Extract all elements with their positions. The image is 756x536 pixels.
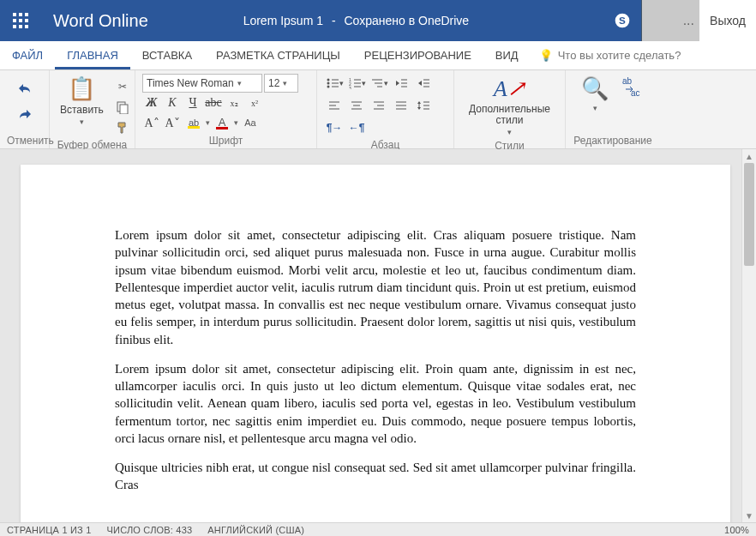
lightbulb-icon: 💡 — [539, 49, 553, 62]
align-center-icon — [351, 100, 363, 111]
tab-review[interactable]: РЕЦЕНЗИРОВАНИЕ — [352, 41, 483, 69]
font-color-dropdown[interactable]: ▾ — [234, 118, 238, 127]
svg-point-17 — [327, 86, 329, 88]
paragraph-3[interactable]: Quisque ultricies nibh erat, ut congue n… — [115, 459, 636, 494]
tab-layout[interactable]: РАЗМЕТКА СТРАНИЦЫ — [204, 41, 352, 69]
svg-rect-8 — [25, 25, 28, 28]
align-justify-button[interactable] — [391, 96, 411, 115]
tell-me-search[interactable]: 💡 Что вы хотите сделать? — [531, 49, 690, 62]
styles-button[interactable]: A↗ Дополнительные стили ▾ — [461, 74, 558, 138]
status-language[interactable]: АНГЛИЙСКИЙ (США) — [207, 525, 304, 535]
tab-insert[interactable]: ВСТАВКА — [130, 41, 204, 69]
numbering-button[interactable]: 123▾ — [346, 74, 367, 93]
bullets-button[interactable]: ▾ — [324, 74, 345, 93]
svg-rect-1 — [19, 13, 22, 16]
waffle-icon — [12, 12, 29, 29]
font-color-button[interactable]: А — [212, 113, 232, 132]
decrease-indent-button[interactable] — [391, 74, 411, 93]
svg-point-15 — [327, 82, 329, 85]
title-separator: - — [332, 14, 336, 27]
cut-button[interactable]: ✂ — [112, 77, 133, 96]
group-editing-label: Редактирование — [573, 133, 653, 147]
indent-icon — [417, 77, 430, 89]
signout-button[interactable]: Выход — [699, 0, 756, 41]
group-paragraph: ▾ 123▾ ▾ ¶→ ←¶ Абзац — [317, 70, 454, 148]
bullets-icon — [326, 77, 339, 89]
svg-rect-4 — [19, 19, 22, 22]
font-size-dropdown[interactable]: 12▾ — [264, 74, 298, 93]
app-launcher-button[interactable] — [0, 0, 41, 41]
scroll-thumb[interactable] — [744, 163, 754, 266]
group-font: Times New Roman▾ 12▾ Ж К Ч abc x₂ x² А˄ … — [135, 70, 317, 148]
paragraph-1[interactable]: Lorem ipsum dolor sit amet, consectetur … — [115, 226, 636, 348]
page-1[interactable]: Lorem ipsum dolor sit amet, consectetur … — [21, 165, 730, 522]
line-spacing-icon — [417, 99, 430, 111]
avatar-more: ... — [683, 13, 694, 28]
tab-file[interactable]: ФАЙЛ — [0, 41, 55, 69]
group-undo-label: Отменить — [7, 133, 42, 147]
save-status[interactable]: Сохранено в OneDrive — [344, 14, 469, 27]
scroll-down-button[interactable]: ▼ — [742, 509, 756, 522]
outdent-icon — [394, 77, 408, 89]
clear-formatting-button[interactable]: Aа — [240, 113, 261, 132]
highlight-color-button[interactable]: ab — [183, 113, 204, 132]
tab-home[interactable]: ГЛАВНАЯ — [55, 41, 130, 69]
tab-view[interactable]: ВИД — [483, 41, 531, 69]
paragraph-2[interactable]: Lorem ipsum dolor sit amet, consectetur … — [115, 360, 636, 447]
document-canvas: Lorem ipsum dolor sit amet, consectetur … — [0, 149, 756, 522]
app-name[interactable]: Word Online — [41, 0, 160, 41]
status-bar: СТРАНИЦА 1 ИЗ 1 ЧИСЛО СЛОВ: 433 АНГЛИЙСК… — [0, 522, 756, 536]
numbering-icon: 123 — [348, 77, 362, 89]
redo-button[interactable] — [15, 105, 35, 123]
italic-button[interactable]: К — [163, 96, 182, 110]
svg-text:3: 3 — [349, 86, 351, 89]
scroll-up-button[interactable]: ▲ — [742, 149, 756, 163]
align-center-button[interactable] — [346, 96, 367, 115]
svg-rect-12 — [120, 105, 128, 114]
underline-button[interactable]: Ч — [183, 96, 202, 110]
header-right: S ... Выход — [603, 0, 756, 41]
status-page[interactable]: СТРАНИЦА 1 ИЗ 1 — [7, 525, 92, 535]
align-right-button[interactable] — [369, 96, 389, 115]
vertical-scrollbar[interactable]: ▲ ▼ — [741, 149, 756, 522]
status-wordcount[interactable]: ЧИСЛО СЛОВ: 433 — [107, 525, 193, 535]
multilevel-list-button[interactable]: ▾ — [369, 74, 389, 93]
replace-icon: ab ac — [621, 75, 645, 99]
svg-text:S: S — [619, 15, 626, 26]
svg-rect-3 — [13, 19, 16, 22]
copy-button[interactable] — [112, 98, 133, 117]
group-editing: 🔍 ▾ ab ac Редактирование — [566, 70, 660, 148]
replace-button[interactable]: ab ac — [617, 74, 648, 101]
align-justify-icon — [395, 100, 407, 111]
user-account-button[interactable]: ... — [641, 0, 699, 41]
grow-font-button[interactable]: А˄ — [142, 116, 161, 130]
format-painter-button[interactable] — [112, 118, 133, 137]
search-icon: 🔍 — [581, 75, 609, 102]
rtl-button[interactable]: ←¶ — [346, 118, 367, 137]
shrink-font-button[interactable]: А˅ — [163, 116, 182, 130]
copy-icon — [116, 100, 129, 114]
tell-me-placeholder: Что вы хотите сделать? — [558, 49, 681, 62]
superscript-button[interactable]: x² — [245, 99, 264, 108]
svg-rect-0 — [13, 13, 16, 16]
increase-indent-button[interactable] — [413, 74, 434, 93]
highlight-dropdown[interactable]: ▾ — [206, 118, 210, 127]
line-spacing-button[interactable] — [413, 96, 434, 115]
status-zoom[interactable]: 100% — [724, 525, 749, 535]
skype-button[interactable]: S — [603, 0, 641, 41]
font-color-swatch-icon — [216, 127, 228, 129]
undo-button[interactable] — [15, 79, 35, 98]
subscript-button[interactable]: x₂ — [225, 99, 243, 108]
document-title[interactable]: Lorem Ipsum 1 — [243, 14, 323, 27]
ltr-button[interactable]: ¶→ — [324, 118, 345, 137]
svg-point-13 — [327, 79, 329, 81]
paste-button[interactable]: 📋 Вставить ▾ — [57, 74, 107, 128]
font-name-dropdown[interactable]: Times New Roman▾ — [142, 74, 262, 93]
find-button[interactable]: 🔍 ▾ — [578, 74, 612, 114]
bold-button[interactable]: Ж — [142, 96, 161, 110]
strikethrough-button[interactable]: abc — [204, 96, 223, 110]
group-styles: A↗ Дополнительные стили ▾ Стили — [454, 70, 566, 148]
scroll-track[interactable] — [742, 163, 756, 509]
skype-icon: S — [614, 12, 631, 29]
align-left-button[interactable] — [324, 96, 345, 115]
